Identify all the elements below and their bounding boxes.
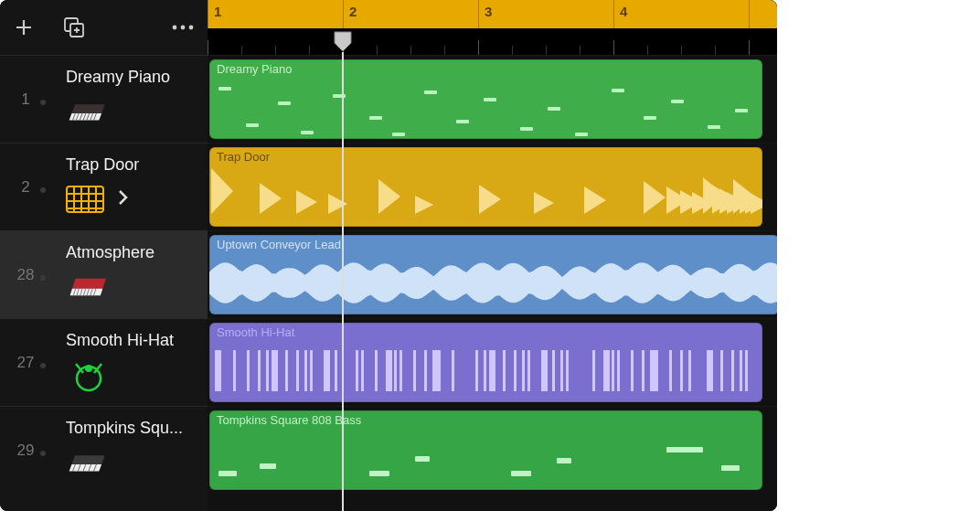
beat-grid-icon <box>66 186 104 213</box>
track-header[interactable]: 27 Smooth Hi-Hat <box>0 318 208 406</box>
svg-rect-31 <box>71 455 104 464</box>
track-number: 29 <box>0 407 51 494</box>
midi-content <box>209 431 762 486</box>
keyboard-icon <box>66 93 112 130</box>
bar-number: 1 <box>208 0 343 28</box>
svg-rect-9 <box>71 104 104 113</box>
track-number-text: 28 <box>17 266 35 284</box>
track-body: Trap Door <box>51 144 208 230</box>
track-status-dot <box>40 451 46 456</box>
svg-point-6 <box>173 26 177 30</box>
timeline-area[interactable]: 1 2 3 4 Dreamy Piano <box>208 0 777 511</box>
svg-rect-18 <box>72 279 106 289</box>
track-number-text: 27 <box>17 354 35 372</box>
beat-ruler[interactable] <box>208 28 777 55</box>
synth-icon <box>66 269 112 305</box>
track-header[interactable]: 1 Dreamy Piano <box>0 55 208 143</box>
region-label: Trap Door <box>209 147 762 166</box>
audio-region[interactable]: Uptown Conveyor Lead <box>209 235 777 314</box>
track-name-label: Smooth Hi-Hat <box>66 331 208 350</box>
bar-number <box>749 0 777 28</box>
track-header[interactable]: 28 Atmosphere <box>0 230 208 318</box>
track-number: 2 <box>0 144 51 230</box>
region-lane[interactable]: Trap Door <box>208 143 777 230</box>
track-header[interactable]: 2 Trap Door <box>0 143 208 230</box>
track-name-label: Atmosphere <box>66 243 208 262</box>
keyboard-icon <box>66 444 112 481</box>
region-label: Dreamy Piano <box>209 59 762 79</box>
track-number: 28 <box>0 231 51 318</box>
track-name-label: Tompkins Squ... <box>66 419 208 438</box>
track-toolbar <box>0 0 208 55</box>
midi-region[interactable]: Smooth Hi-Hat <box>209 323 762 402</box>
duplicate-track-button[interactable] <box>62 16 86 39</box>
track-number: 1 <box>0 56 51 143</box>
chevron-right-icon[interactable] <box>117 188 130 211</box>
bar-number: 2 <box>343 0 478 28</box>
bar-number: 3 <box>478 0 613 28</box>
track-name-label: Dreamy Piano <box>66 68 208 87</box>
audio-content <box>209 167 762 223</box>
waveform <box>209 255 777 311</box>
more-icon <box>171 24 195 31</box>
track-body: Tompkins Squ... <box>51 407 208 494</box>
track-body: Dreamy Piano <box>51 56 208 143</box>
bar-number: 4 <box>613 0 749 28</box>
duplicate-icon <box>62 16 86 39</box>
bar-ruler[interactable]: 1 2 3 4 <box>208 0 777 28</box>
region-lane[interactable]: Tompkins Square 808 Bass <box>208 406 777 494</box>
svg-point-7 <box>181 26 186 30</box>
plus-icon <box>13 16 35 38</box>
track-number-text: 29 <box>17 442 35 460</box>
midi-region[interactable]: Dreamy Piano <box>209 59 762 139</box>
track-header[interactable]: 29 Tompkins Squ... <box>0 406 208 494</box>
add-track-button[interactable] <box>13 16 35 38</box>
track-name-label: Trap Door <box>66 155 208 175</box>
midi-content <box>209 80 762 135</box>
audio-region[interactable]: Trap Door <box>209 147 762 227</box>
region-label: Tompkins Square 808 Bass <box>209 410 762 430</box>
drum-content <box>209 343 762 399</box>
track-number-text: 2 <box>21 178 29 197</box>
track-number-text: 1 <box>21 90 29 109</box>
region-lane[interactable]: Smooth Hi-Hat <box>208 318 777 406</box>
daw-window: 1 Dreamy Piano 2 Trap Door <box>0 0 777 511</box>
region-lane[interactable]: Uptown Conveyor Lead <box>208 230 777 318</box>
drummer-icon <box>66 357 112 393</box>
svg-point-8 <box>189 26 194 30</box>
track-body: Smooth Hi-Hat <box>51 319 208 406</box>
more-options-button[interactable] <box>171 24 195 31</box>
svg-point-28 <box>85 365 92 372</box>
midi-region[interactable]: Tompkins Square 808 Bass <box>209 410 762 490</box>
track-header-panel: 1 Dreamy Piano 2 Trap Door <box>0 0 208 511</box>
track-number: 27 <box>0 319 51 406</box>
region-lane[interactable]: Dreamy Piano <box>208 55 777 143</box>
track-status-dot <box>40 187 46 193</box>
region-label: Uptown Conveyor Lead <box>209 235 777 254</box>
track-body: Atmosphere <box>51 231 208 318</box>
track-status-dot <box>40 363 46 368</box>
track-status-dot <box>40 275 46 281</box>
track-status-dot <box>40 100 46 105</box>
region-label: Smooth Hi-Hat <box>209 323 762 342</box>
